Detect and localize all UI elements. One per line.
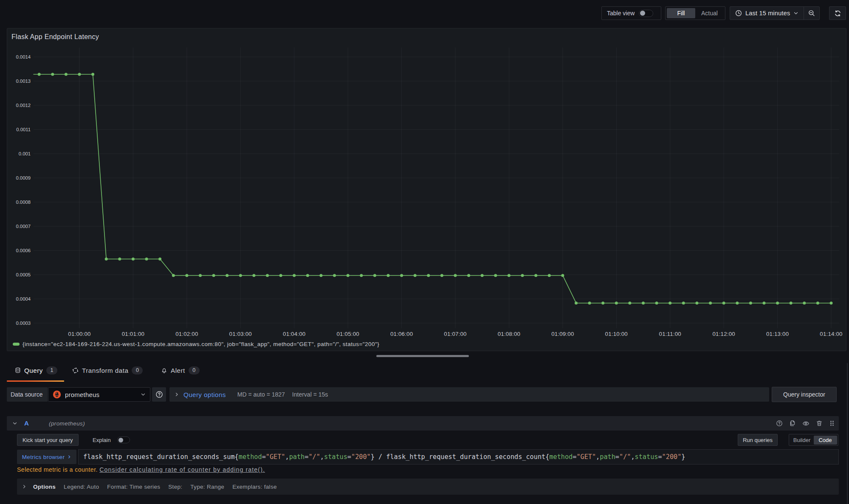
max-data-points-value: MD = auto = 1827 [237, 391, 285, 398]
trash-icon[interactable] [816, 420, 823, 427]
svg-text:0.0003: 0.0003 [16, 321, 31, 326]
svg-text:0.0011: 0.0011 [16, 127, 31, 132]
chevron-right-icon [22, 484, 27, 489]
options-legend: Legend: Auto [64, 484, 99, 490]
series-legend-label[interactable]: {instance="ec2-184-169-216-224.us-west-1… [23, 341, 379, 347]
promql-query-text: flask_http_request_duration_seconds_sum{… [83, 453, 685, 461]
datasource-help-button[interactable] [152, 387, 166, 402]
svg-text:01:09:00: 01:09:00 [551, 331, 574, 337]
explain-toggle-knob [118, 438, 123, 442]
tab-transform-label: Transform data [82, 367, 128, 374]
chevron-right-icon [174, 392, 179, 397]
code-option[interactable]: Code [814, 436, 837, 445]
zoom-out-button[interactable] [804, 7, 819, 20]
svg-text:0.0006: 0.0006 [16, 248, 31, 253]
explain-toggle[interactable] [117, 436, 130, 443]
table-view-toggle-knob [640, 11, 645, 16]
svg-text:0.0012: 0.0012 [16, 103, 31, 108]
eye-icon[interactable] [802, 420, 810, 427]
table-view-toggle[interactable] [639, 10, 653, 17]
warning-text: Selected metric is a counter. [17, 466, 98, 473]
svg-text:01:07:00: 01:07:00 [444, 331, 466, 337]
bell-icon [161, 367, 167, 374]
timeseries-panel: Flask App Endpoint Latency 0.00030.00040… [7, 28, 846, 351]
zoom-out-icon [808, 10, 815, 17]
kick-start-button[interactable]: Kick start your query [17, 434, 79, 446]
datasource-picker[interactable]: prometheus [48, 387, 150, 402]
svg-text:0.0008: 0.0008 [16, 200, 31, 205]
chevron-down-icon [141, 392, 146, 397]
datasource-name: prometheus [65, 391, 137, 398]
fill-actual-group: Fill Actual [665, 6, 725, 20]
svg-text:0.0007: 0.0007 [16, 224, 31, 229]
svg-text:0.0004: 0.0004 [16, 296, 31, 301]
latency-chart[interactable]: 0.00030.00040.00050.00060.00070.00080.00… [7, 28, 846, 351]
scrollbar-track[interactable] [847, 363, 848, 504]
options-type: Type: Range [190, 484, 224, 490]
tab-alert-count: 0 [189, 366, 200, 374]
query-options-label: Query options [183, 391, 226, 398]
svg-text:0.0005: 0.0005 [16, 272, 31, 277]
tab-query[interactable]: Query 1 [7, 362, 64, 379]
duplicate-icon[interactable] [789, 420, 796, 427]
active-tab-underline [7, 380, 64, 382]
svg-text:01:11:00: 01:11:00 [659, 331, 681, 337]
metrics-browser-button[interactable]: Metrics browser [17, 450, 76, 464]
chart-legend: {instance="ec2-184-169-216-224.us-west-1… [13, 341, 379, 347]
explain-label: Explain [93, 437, 111, 443]
svg-text:0.001: 0.001 [19, 151, 31, 156]
svg-text:01:06:00: 01:06:00 [390, 331, 413, 337]
svg-text:01:02:00: 01:02:00 [175, 331, 198, 337]
query-datasource-hint: (prometheus) [49, 420, 85, 427]
interval-value: Interval = 15s [292, 391, 328, 398]
clock-icon [735, 10, 742, 17]
table-view-field: Table view [601, 6, 661, 20]
query-row-header[interactable]: A (prometheus) [7, 416, 839, 431]
editor-tabs: Query 1 Transform data 0 Alert 0 [0, 362, 849, 380]
time-range-picker[interactable]: Last 15 minutes [730, 7, 804, 20]
run-queries-button[interactable]: Run queries [738, 434, 778, 446]
svg-text:01:05:00: 01:05:00 [336, 331, 359, 337]
query-row-actions [776, 416, 835, 431]
drag-handle-icon[interactable] [829, 420, 835, 427]
promql-code-editor[interactable]: flask_http_request_duration_seconds_sum{… [78, 449, 839, 465]
fill-option[interactable]: Fill [667, 8, 695, 18]
prometheus-logo-icon [53, 390, 61, 399]
options-exemplars: Exemplars: false [232, 484, 277, 490]
table-view-label: Table view [607, 10, 635, 17]
svg-text:0.0013: 0.0013 [16, 79, 31, 84]
question-circle-icon [155, 391, 163, 398]
svg-text:01:12:00: 01:12:00 [712, 331, 735, 337]
svg-text:01:00:00: 01:00:00 [68, 331, 90, 337]
series-color-dash-icon[interactable] [13, 343, 20, 346]
builder-option[interactable]: Builder [790, 436, 814, 445]
options-step: Step: [168, 484, 182, 490]
refresh-button[interactable] [829, 6, 846, 20]
svg-text:0.0009: 0.0009 [16, 175, 31, 180]
pane-resize-handle[interactable] [376, 355, 469, 357]
process-icon [72, 367, 79, 374]
tab-transform[interactable]: Transform data 0 [64, 362, 151, 379]
chevron-down-icon [793, 11, 798, 16]
actual-option[interactable]: Actual [695, 8, 724, 18]
svg-text:01:08:00: 01:08:00 [498, 331, 520, 337]
datasource-label: Data source [7, 387, 48, 402]
query-options-strip[interactable]: Query options MD = auto = 1827 Interval … [169, 387, 769, 402]
chevron-down-icon [12, 421, 17, 426]
database-icon [15, 367, 21, 373]
help-circle-icon[interactable] [776, 420, 783, 427]
tab-transform-count: 0 [132, 366, 143, 374]
options-label: Options [33, 484, 56, 490]
tab-alert[interactable]: Alert 0 [153, 362, 208, 379]
query-inspector-button[interactable]: Query inspector [772, 387, 837, 402]
chevron-right-icon [67, 455, 71, 459]
svg-text:01:10:00: 01:10:00 [605, 331, 628, 337]
datasource-row: Data source prometheus [0, 387, 849, 402]
counter-warning: Selected metric is a counter. Consider c… [17, 466, 265, 473]
query-options-bar[interactable]: Options Legend: Auto Format: Time series… [17, 479, 839, 495]
time-range-group: Last 15 minutes [730, 6, 820, 20]
metrics-browser-label: Metrics browser [22, 454, 65, 460]
warning-rate-link[interactable]: Consider calculating rate of counter by … [99, 466, 265, 473]
svg-text:01:01:00: 01:01:00 [122, 331, 144, 337]
tab-query-label: Query [24, 367, 43, 374]
